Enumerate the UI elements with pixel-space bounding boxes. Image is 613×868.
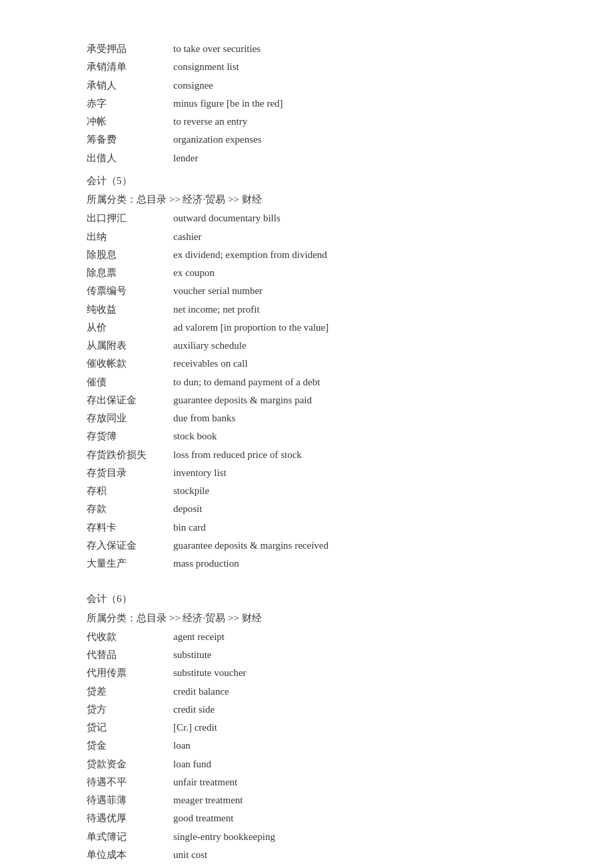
list-item: 单位成本unit cost bbox=[87, 846, 526, 863]
section-header: 会计（5） bbox=[87, 172, 526, 189]
chinese-term: 代用传票 bbox=[87, 664, 173, 681]
list-item: 待遇不平unfair treatment bbox=[87, 773, 526, 791]
english-definition: loss from reduced price of stock bbox=[173, 446, 302, 463]
english-definition: credit side bbox=[173, 701, 215, 718]
english-definition: loan bbox=[173, 737, 191, 754]
chinese-term: 冲帐 bbox=[87, 113, 173, 130]
list-item: 存积stockpile bbox=[87, 482, 526, 499]
list-item: 传票编号voucher serial number bbox=[87, 282, 526, 299]
chinese-term: 存款 bbox=[87, 500, 173, 517]
chinese-term: 待遇菲薄 bbox=[87, 791, 173, 809]
chinese-term: 承销人 bbox=[87, 77, 173, 94]
chinese-term: 贷差 bbox=[87, 683, 173, 700]
list-item: 从价ad valorem [in proportion to the value… bbox=[87, 319, 526, 336]
chinese-term: 存积 bbox=[87, 482, 173, 499]
list-item: 承销人consignee bbox=[87, 77, 526, 94]
english-definition: receivables on call bbox=[173, 355, 248, 372]
list-item: 存货簿stock book bbox=[87, 427, 526, 445]
chinese-term: 存货目录 bbox=[87, 464, 173, 481]
list-item: 出借人lender bbox=[87, 149, 526, 167]
english-definition: unit cost bbox=[173, 846, 207, 863]
chinese-term: 从属附表 bbox=[87, 337, 173, 354]
chinese-term: 承销清单 bbox=[87, 58, 173, 75]
spacer bbox=[87, 573, 526, 585]
english-definition: stockpile bbox=[173, 482, 209, 499]
english-definition: minus figure [be in the red] bbox=[173, 95, 283, 112]
list-item: 代用传票substitute voucher bbox=[87, 664, 526, 681]
english-definition: good treatment bbox=[173, 809, 233, 827]
list-item: 筹备费organization expenses bbox=[87, 131, 526, 148]
english-definition: unfair treatment bbox=[173, 773, 237, 791]
chinese-term: 贷记 bbox=[87, 719, 173, 736]
list-item: 存货跌价损失loss from reduced price of stock bbox=[87, 446, 526, 463]
chinese-term: 从价 bbox=[87, 319, 173, 336]
english-definition: mass production bbox=[173, 555, 239, 572]
list-item: 待遇菲薄meager treatment bbox=[87, 791, 526, 809]
list-item: 存放同业due from banks bbox=[87, 409, 526, 427]
main-content: 承受押品to take over securities承销清单consignme… bbox=[87, 40, 526, 863]
english-definition: ex coupon bbox=[173, 264, 215, 281]
chinese-term: 待遇不平 bbox=[87, 773, 173, 791]
chinese-term: 筹备费 bbox=[87, 131, 173, 148]
list-item: 存出保证金guarantee deposits & margins paid bbox=[87, 391, 526, 409]
english-definition: substitute bbox=[173, 646, 212, 663]
chinese-term: 代替品 bbox=[87, 646, 173, 663]
category-label: 所属分类：总目录 >> 经济·贸易 >> 财经 bbox=[87, 609, 526, 627]
english-definition: ad valorem [in proportion to the value] bbox=[173, 319, 328, 336]
chinese-term: 纯收益 bbox=[87, 301, 173, 318]
list-item: 催债to dun; to demand payment of a debt bbox=[87, 373, 526, 391]
list-item: 承受押品to take over securities bbox=[87, 40, 526, 57]
chinese-term: 贷方 bbox=[87, 701, 173, 718]
english-definition: auxiliary schedule bbox=[173, 337, 247, 354]
english-definition: outward documentary bills bbox=[173, 209, 281, 227]
english-definition: consignment list bbox=[173, 58, 239, 75]
list-item: 存货目录inventory list bbox=[87, 464, 526, 481]
list-item: 贷方credit side bbox=[87, 701, 526, 718]
chinese-term: 代收款 bbox=[87, 628, 173, 645]
english-definition: to take over securities bbox=[173, 40, 261, 57]
chinese-term: 承受押品 bbox=[87, 40, 173, 57]
list-item: 存款deposit bbox=[87, 500, 526, 517]
chinese-term: 赤字 bbox=[87, 95, 173, 112]
list-item: 代替品substitute bbox=[87, 646, 526, 663]
chinese-term: 除息票 bbox=[87, 264, 173, 281]
english-definition: guarantee deposits & margins paid bbox=[173, 391, 312, 409]
list-item: 出口押汇outward documentary bills bbox=[87, 209, 526, 227]
english-definition: deposit bbox=[173, 500, 202, 517]
list-item: 除息票ex coupon bbox=[87, 264, 526, 281]
chinese-term: 传票编号 bbox=[87, 282, 173, 299]
english-definition: [Cr.] credit bbox=[173, 719, 217, 736]
chinese-term: 存货跌价损失 bbox=[87, 446, 173, 463]
list-item: 贷金loan bbox=[87, 737, 526, 754]
list-item: 除股息ex dividend; exemption from dividend bbox=[87, 246, 526, 263]
english-definition: organization expenses bbox=[173, 131, 262, 148]
chinese-term: 贷款资金 bbox=[87, 755, 173, 773]
english-definition: meager treatment bbox=[173, 791, 243, 809]
list-item: 纯收益net income; net profit bbox=[87, 301, 526, 318]
list-item: 贷记[Cr.] credit bbox=[87, 719, 526, 736]
list-item: 赤字minus figure [be in the red] bbox=[87, 95, 526, 112]
list-item: 单式簿记single-entry bookkeeping bbox=[87, 828, 526, 845]
chinese-term: 催债 bbox=[87, 373, 173, 391]
english-definition: single-entry bookkeeping bbox=[173, 828, 275, 845]
english-definition: agent receipt bbox=[173, 628, 225, 645]
chinese-term: 存入保证金 bbox=[87, 537, 173, 554]
list-item: 承销清单consignment list bbox=[87, 58, 526, 75]
list-item: 出纳cashier bbox=[87, 228, 526, 245]
english-definition: net income; net profit bbox=[173, 301, 260, 318]
english-definition: cashier bbox=[173, 228, 201, 245]
chinese-term: 单位成本 bbox=[87, 846, 173, 863]
chinese-term: 大量生产 bbox=[87, 555, 173, 572]
chinese-term: 存料卡 bbox=[87, 519, 173, 536]
list-item: 冲帐to reverse an entry bbox=[87, 113, 526, 130]
chinese-term: 存出保证金 bbox=[87, 391, 173, 409]
english-definition: due from banks bbox=[173, 409, 235, 427]
list-item: 存料卡bin card bbox=[87, 519, 526, 536]
list-item: 催收帐款receivables on call bbox=[87, 355, 526, 372]
chinese-term: 出借人 bbox=[87, 149, 173, 167]
chinese-term: 贷金 bbox=[87, 737, 173, 754]
english-definition: inventory list bbox=[173, 464, 227, 481]
english-definition: lender bbox=[173, 149, 198, 167]
english-definition: to reverse an entry bbox=[173, 113, 247, 130]
chinese-term: 存放同业 bbox=[87, 409, 173, 427]
